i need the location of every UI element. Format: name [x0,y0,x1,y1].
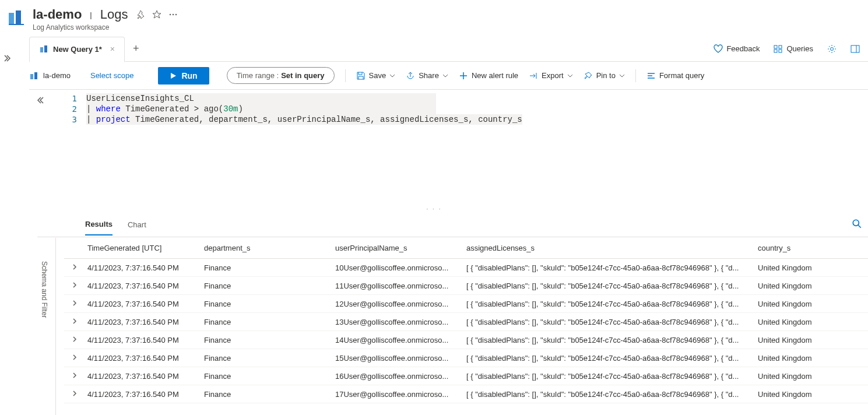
svg-rect-15 [34,72,37,79]
cell-country: United Kingdom [752,354,851,363]
query-tab-icon [39,44,48,54]
add-tab-button[interactable]: + [133,43,139,55]
cell-country: United Kingdom [752,318,851,326]
panel-icon[interactable] [851,44,860,54]
cell-time: 4/11/2023, 7:37:16.540 PM [64,263,198,272]
share-label: Share [419,71,439,80]
feedback-label: Feedback [726,44,760,53]
time-range-value: Set in query [281,71,324,80]
expand-row-icon[interactable] [71,282,78,290]
cell-upn: 11User@golliscoffee.onmicroso... [329,282,461,290]
cell-country: United Kingdom [752,282,851,290]
col-upn[interactable]: userPrincipalName_s [329,244,461,252]
cell-department: Finance [198,372,329,381]
cell-time: 4/11/2023, 7:37:16.540 PM [64,390,198,399]
query-tab-label: New Query 1* [53,45,102,54]
cell-upn: 12User@golliscoffee.onmicroso... [329,300,461,308]
run-button[interactable]: Run [158,67,209,85]
table-row[interactable]: 4/11/2023, 7:37:16.540 PMFinance12User@g… [64,295,868,313]
save-button[interactable]: Save [356,71,396,80]
table-row[interactable]: 4/11/2023, 7:37:16.540 PMFinance17User@g… [64,385,868,403]
svg-rect-10 [779,50,782,52]
expand-row-icon[interactable] [71,300,78,308]
settings-icon[interactable] [827,44,837,54]
pin-label: Pin to [596,71,616,80]
cell-upn: 13User@golliscoffee.onmicroso... [329,318,461,326]
cell-licenses: [ { "disabledPlans": [], "skuId": "b05e1… [461,372,752,381]
col-time[interactable]: TimeGenerated [UTC] [64,244,198,252]
feedback-button[interactable]: Feedback [714,44,760,54]
cell-country: United Kingdom [752,390,851,399]
expand-row-icon[interactable] [71,372,78,381]
expand-row-icon[interactable] [71,336,78,344]
cell-licenses: [ { "disabledPlans": [], "skuId": "b05e1… [461,318,752,326]
svg-point-4 [175,14,177,15]
table-row[interactable]: 4/11/2023, 7:37:16.540 PMFinance16User@g… [64,367,868,385]
cell-licenses: [ { "disabledPlans": [], "skuId": "b05e1… [461,282,752,290]
svg-point-3 [173,14,174,15]
table-row[interactable]: 4/11/2023, 7:37:16.540 PMFinance14User@g… [64,331,868,349]
expand-row-icon[interactable] [71,390,78,399]
svg-point-2 [170,14,171,15]
query-editor[interactable]: 123 UserLicenseInsights_CL | where TimeG… [29,90,868,205]
run-label: Run [181,71,197,80]
results-search-icon[interactable] [852,219,862,231]
queries-button[interactable]: Queries [774,44,813,54]
cell-upn: 16User@golliscoffee.onmicroso... [329,372,461,381]
col-licenses[interactable]: assignedLicenses_s [461,244,752,252]
scope-name: la-demo [29,71,71,80]
svg-rect-9 [774,50,777,52]
close-tab-icon[interactable]: × [110,44,115,54]
new-alert-button[interactable]: New alert rule [459,71,518,80]
page-header: la-demo | Logs Log Analytics workspace [0,0,868,36]
more-icon[interactable] [168,10,178,19]
cell-licenses: [ { "disabledPlans": [], "skuId": "b05e1… [461,300,752,308]
export-button[interactable]: Export [529,71,573,80]
page-title: la-demo [33,7,82,22]
format-query-button[interactable]: Format query [646,71,704,80]
page-subtitle: Log Analytics workspace [33,23,178,31]
collapse-nav-icon[interactable] [3,54,13,65]
cell-country: United Kingdom [752,300,851,308]
time-range-pill[interactable]: Time range : Set in query [227,67,335,84]
cell-department: Finance [198,390,329,399]
svg-rect-12 [851,45,859,52]
expand-row-icon[interactable] [71,263,78,272]
table-row[interactable]: 4/11/2023, 7:37:16.540 PMFinance15User@g… [64,349,868,367]
cell-licenses: [ { "disabledPlans": [], "skuId": "b05e1… [461,336,752,344]
svg-rect-1 [16,10,21,24]
col-country[interactable]: country_s [752,244,851,252]
new-alert-label: New alert rule [472,71,518,80]
schema-filter-rail[interactable]: Schema and Filter [33,238,56,415]
cell-time: 4/11/2023, 7:37:16.540 PM [64,318,198,326]
select-scope-link[interactable]: Select scope [90,71,133,80]
query-tab-active[interactable]: New Query 1* × [29,37,125,62]
line-gutter: 123 [63,93,77,125]
share-button[interactable]: Share [406,71,448,80]
table-row[interactable]: 4/11/2023, 7:37:16.540 PMFinance10User@g… [64,259,868,277]
table-row[interactable]: 4/11/2023, 7:37:16.540 PMFinance11User@g… [64,277,868,295]
expand-row-icon[interactable] [71,354,78,363]
table-row[interactable]: 4/11/2023, 7:37:16.540 PMFinance13User@g… [64,313,868,331]
collapse-schema-icon[interactable] [35,96,44,107]
splitter-handle[interactable]: · · · [0,205,868,213]
workspace-logo-icon [7,9,26,28]
tab-results[interactable]: Results [85,214,113,235]
tab-chart[interactable]: Chart [128,214,146,235]
cell-upn: 14User@golliscoffee.onmicroso... [329,336,461,344]
col-department[interactable]: department_s [198,244,329,252]
results-table: TimeGenerated [UTC] department_s userPri… [64,238,868,415]
svg-rect-8 [779,45,782,48]
save-label: Save [369,71,386,80]
format-label: Format query [659,71,704,80]
svg-rect-5 [40,47,43,52]
schema-filter-label: Schema and Filter [40,261,48,318]
cell-department: Finance [198,300,329,308]
code-line-1: UserLicenseInsights_CL [86,94,194,103]
svg-rect-7 [774,45,777,48]
pin-button[interactable]: Pin to [584,71,625,80]
expand-row-icon[interactable] [71,318,78,326]
star-icon[interactable] [152,10,161,19]
pin-icon[interactable] [136,10,145,19]
svg-point-11 [831,47,834,50]
